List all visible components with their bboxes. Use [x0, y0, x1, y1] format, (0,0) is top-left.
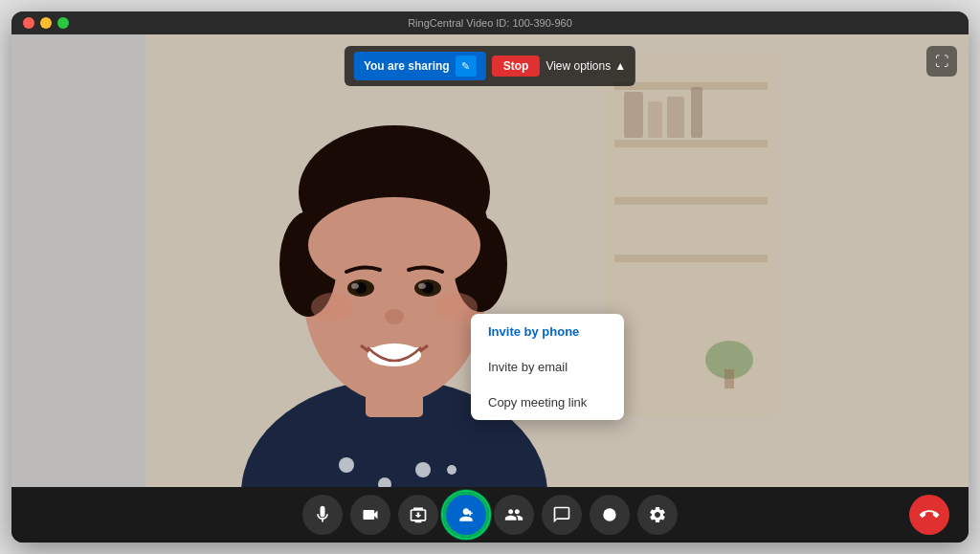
svg-point-29 — [308, 197, 480, 293]
title-bar: RingCentral Video ID: 100-390-960 — [11, 11, 969, 34]
svg-rect-10 — [691, 87, 702, 138]
svg-rect-8 — [648, 101, 662, 138]
svg-point-38 — [385, 309, 404, 324]
svg-point-14 — [339, 457, 354, 473]
svg-rect-6 — [614, 255, 768, 262]
svg-point-30 — [311, 293, 353, 321]
sharing-label: You are sharing — [364, 59, 450, 73]
traffic-lights — [23, 17, 69, 29]
invite-popup: Invite by phone Invite by email Copy mee… — [471, 314, 624, 420]
svg-rect-12 — [724, 369, 734, 388]
window-title: RingCentral Video ID: 100-390-960 — [408, 17, 572, 29]
close-button[interactable] — [23, 17, 34, 29]
invite-icon — [457, 505, 476, 524]
view-options-label: View options — [546, 59, 611, 73]
svg-point-36 — [351, 283, 359, 289]
chevron-up-icon: ▲ — [614, 59, 626, 73]
svg-rect-9 — [667, 97, 684, 138]
minimize-button[interactable] — [40, 17, 52, 29]
svg-point-21 — [447, 465, 457, 475]
sharing-bar: You are sharing ✎ Stop View options ▲ — [345, 46, 635, 86]
chat-button[interactable] — [542, 495, 582, 535]
svg-rect-3 — [614, 82, 768, 90]
invite-button[interactable] — [446, 495, 486, 535]
stop-sharing-button[interactable]: Stop — [492, 55, 541, 77]
settings-icon — [648, 505, 667, 524]
app-window: RingCentral Video ID: 100-390-960 — [11, 11, 969, 543]
share-screen-button[interactable] — [398, 495, 438, 535]
edit-sharing-button[interactable]: ✎ — [456, 55, 477, 77]
video-icon — [361, 505, 380, 524]
microphone-button[interactable] — [302, 495, 343, 535]
svg-rect-5 — [614, 197, 768, 205]
video-button[interactable] — [350, 495, 390, 535]
maximize-button[interactable] — [57, 17, 69, 29]
end-call-icon — [916, 501, 943, 528]
settings-button[interactable] — [637, 495, 678, 535]
record-button[interactable] — [590, 495, 630, 535]
copy-meeting-link-item[interactable]: Copy meeting link — [471, 385, 624, 420]
fullscreen-icon: ⛶ — [935, 54, 948, 69]
chat-icon — [552, 505, 571, 524]
share-icon — [409, 505, 428, 524]
svg-rect-1 — [11, 34, 145, 487]
record-icon — [600, 505, 619, 524]
end-call-button[interactable] — [909, 495, 949, 535]
sharing-badge: You are sharing ✎ — [354, 52, 486, 80]
video-area: You are sharing ✎ Stop View options ▲ ⛶ … — [11, 34, 969, 487]
svg-rect-7 — [624, 92, 643, 138]
fullscreen-button[interactable]: ⛶ — [926, 46, 957, 77]
participants-icon — [504, 505, 523, 524]
view-options-button[interactable]: View options ▲ — [546, 59, 626, 73]
invite-email-item[interactable]: Invite by email — [471, 349, 624, 385]
svg-point-40 — [603, 508, 615, 521]
svg-point-16 — [415, 462, 431, 477]
svg-point-37 — [418, 283, 426, 289]
toolbar — [11, 487, 969, 543]
participants-button[interactable] — [494, 495, 534, 535]
microphone-icon — [313, 505, 332, 524]
invite-phone-item[interactable]: Invite by phone — [471, 314, 624, 349]
svg-rect-4 — [614, 140, 768, 147]
